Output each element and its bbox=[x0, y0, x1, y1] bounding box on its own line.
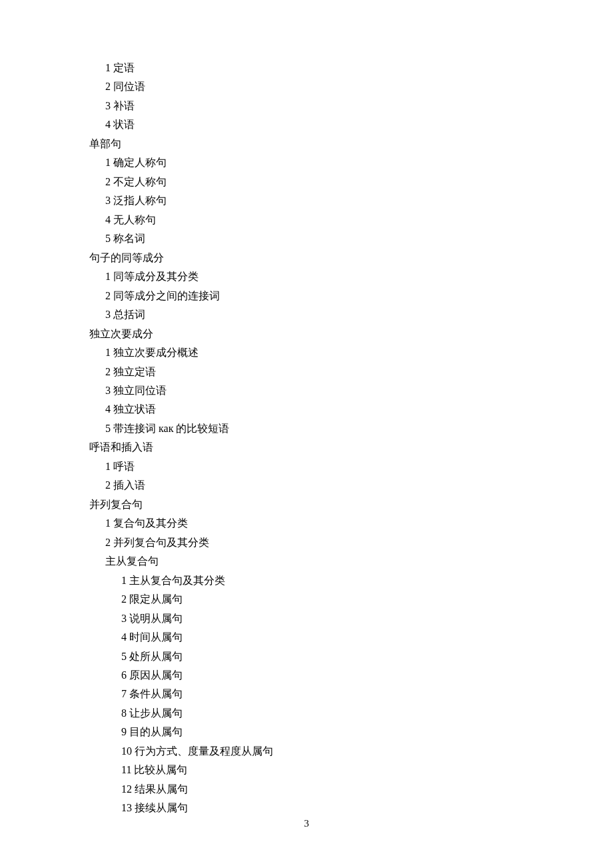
outline-line: 1 同等成分及其分类 bbox=[73, 267, 540, 286]
outline-line: 3 补语 bbox=[73, 97, 540, 115]
outline-line: 9 目的从属句 bbox=[73, 723, 540, 741]
outline-line: 1 主从复合句及其分类 bbox=[73, 571, 540, 590]
outline-line: 单部句 bbox=[73, 135, 540, 153]
outline-line: 并列复合句 bbox=[73, 495, 540, 514]
outline-line: 1 确定人称句 bbox=[73, 153, 540, 172]
outline-line: 4 时间从属句 bbox=[73, 628, 540, 647]
outline-line: 1 呼语 bbox=[73, 457, 540, 476]
outline-line: 10 行为方式、度量及程度从属句 bbox=[73, 742, 540, 761]
outline-line: 13 接续从属句 bbox=[73, 799, 540, 817]
outline-line: 1 定语 bbox=[73, 59, 540, 77]
outline-line: 独立次要成分 bbox=[73, 325, 540, 343]
outline-line: 4 状语 bbox=[73, 115, 540, 134]
outline-line: 1 复合句及其分类 bbox=[73, 514, 540, 533]
page-number: 3 bbox=[0, 818, 613, 829]
outline-line: 12 结果从属句 bbox=[73, 780, 540, 799]
outline-list: 1 定语2 同位语3 补语4 状语单部句1 确定人称句2 不定人称句3 泛指人称… bbox=[73, 59, 540, 818]
outline-line: 5 带连接词 как 的比较短语 bbox=[73, 419, 540, 438]
outline-line: 2 并列复合句及其分类 bbox=[73, 533, 540, 552]
outline-line: 呼语和插入语 bbox=[73, 438, 540, 457]
outline-line: 2 插入语 bbox=[73, 476, 540, 495]
outline-line: 11 比较从属句 bbox=[73, 761, 540, 779]
outline-line: 7 条件从属句 bbox=[73, 685, 540, 703]
document-page: 1 定语2 同位语3 补语4 状语单部句1 确定人称句2 不定人称句3 泛指人称… bbox=[0, 0, 613, 818]
outline-line: 2 同位语 bbox=[73, 77, 540, 96]
outline-line: 8 让步从属句 bbox=[73, 704, 540, 723]
outline-line: 1 独立次要成分概述 bbox=[73, 343, 540, 362]
outline-line: 2 同等成分之间的连接词 bbox=[73, 287, 540, 305]
outline-line: 5 称名词 bbox=[73, 229, 540, 248]
outline-line: 句子的同等成分 bbox=[73, 249, 540, 267]
outline-line: 6 原因从属句 bbox=[73, 666, 540, 685]
outline-line: 3 独立同位语 bbox=[73, 381, 540, 400]
outline-line: 主从复合句 bbox=[73, 552, 540, 571]
outline-line: 3 总括词 bbox=[73, 305, 540, 324]
outline-line: 2 限定从属句 bbox=[73, 590, 540, 609]
outline-line: 3 泛指人称句 bbox=[73, 191, 540, 210]
outline-line: 3 说明从属句 bbox=[73, 609, 540, 628]
outline-line: 4 无人称句 bbox=[73, 211, 540, 229]
outline-line: 4 独立状语 bbox=[73, 400, 540, 419]
outline-line: 2 不定人称句 bbox=[73, 173, 540, 191]
outline-line: 2 独立定语 bbox=[73, 363, 540, 381]
outline-line: 5 处所从属句 bbox=[73, 647, 540, 666]
